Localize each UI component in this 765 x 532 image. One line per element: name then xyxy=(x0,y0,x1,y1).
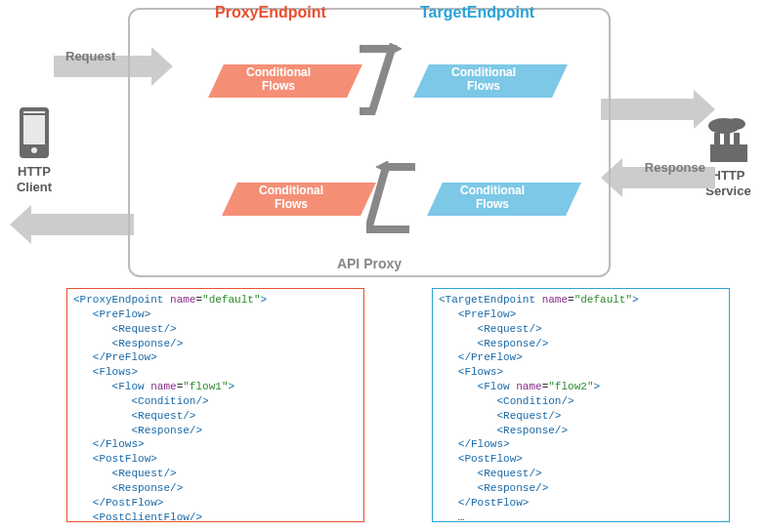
response-label: Response xyxy=(645,160,705,175)
svg-rect-1 xyxy=(23,115,45,144)
flow-conditional: ConditionalFlows xyxy=(423,184,562,212)
flow-conditional: ConditionalFlows xyxy=(200,66,357,94)
proxy-response-stack: PreFlow ConditionalFlows PostFlow PostCl… xyxy=(171,159,366,265)
flow-conditional: ConditionalFlows xyxy=(216,184,366,212)
flow-preflow: PreFlow xyxy=(405,44,562,58)
svg-rect-8 xyxy=(724,133,730,146)
svg-point-5 xyxy=(726,118,745,130)
flow-postflow: PostFlow xyxy=(200,102,357,116)
phone-icon xyxy=(18,105,51,160)
svg-marker-10 xyxy=(390,43,402,55)
target-response-stack: PreFlow ConditionalFlows PostFlow xyxy=(405,159,562,241)
proxy-endpoint-title: ProxyEndpoint xyxy=(215,4,326,21)
target-xml-code: <TargetEndpoint name="default"> <PreFlow… xyxy=(432,288,730,522)
target-request-stack: PreFlow ConditionalFlows PostFlow xyxy=(405,41,562,123)
svg-rect-6 xyxy=(710,144,747,162)
flow-conditional: ConditionalFlows xyxy=(405,66,562,94)
proxy-xml-code: <ProxyEndpoint name="default"> <PreFlow>… xyxy=(66,288,364,522)
flow-preflow: PreFlow xyxy=(439,162,562,176)
svg-rect-3 xyxy=(23,111,45,113)
svg-rect-9 xyxy=(734,133,740,146)
flow-postclient: PostClientFlow xyxy=(181,244,366,258)
flow-postflow: PostFlow xyxy=(405,221,562,234)
flow-preflow: PreFlow xyxy=(230,162,366,176)
flow-postflow: PostFlow xyxy=(405,102,562,116)
client-label: HTTPClient xyxy=(10,164,59,194)
request-label: Request xyxy=(65,49,115,63)
flow-postflow: PostFlow xyxy=(198,221,366,234)
proxy-request-stack: PreFlow ConditionalFlows PostFlow xyxy=(200,41,357,123)
svg-rect-7 xyxy=(714,133,720,146)
connector-top xyxy=(355,43,413,131)
to-service-arrow xyxy=(601,90,715,129)
svg-point-2 xyxy=(31,147,37,153)
flow-preflow: PreFlow xyxy=(200,44,357,58)
response-arrow: Response xyxy=(601,158,715,197)
to-client-arrow xyxy=(10,205,134,244)
target-endpoint-title: TargetEndpoint xyxy=(420,4,534,21)
connector-bottom xyxy=(366,161,421,249)
http-client: HTTPClient xyxy=(10,105,59,194)
